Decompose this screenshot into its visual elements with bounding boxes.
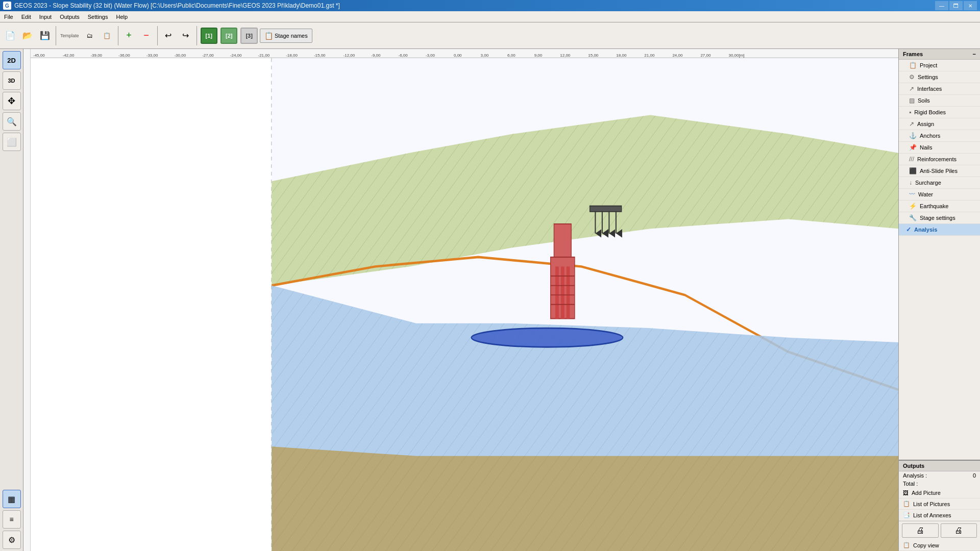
frame-soils[interactable]: ▨ Soils (899, 95, 980, 107)
frame-water-label: Water (918, 191, 933, 197)
list-annexes-item[interactable]: 📑 List of Annexes (899, 510, 980, 521)
toolbar-sep1 (56, 26, 56, 45)
frame-analysis[interactable]: ✓ Analysis (899, 224, 980, 236)
canvas-viewport[interactable]: // Will be rendered via JS -45,00 -42,00… (31, 49, 898, 551)
anchors-icon: ⚓ (909, 132, 917, 139)
analysis-count-label: Analysis : (903, 472, 927, 479)
undo-button[interactable]: ↩ (160, 28, 177, 44)
add-picture-item[interactable]: 🖼 Add Picture (899, 488, 980, 498)
menu-help[interactable]: Help (112, 11, 132, 22)
frame-earthquake-label: Earthquake (920, 203, 948, 209)
frame-analysis-label: Analysis (914, 227, 937, 233)
toolbar-sep3 (157, 26, 158, 45)
copy-view-label: Copy view (913, 542, 939, 548)
stage-settings-icon: 🔧 (909, 214, 917, 221)
titlebar-controls[interactable]: — 🗖 ✕ (935, 1, 977, 10)
frame-anti-slide[interactable]: ⬛ Anti-Slide Piles (899, 165, 980, 177)
print-button[interactable]: 🖨 (902, 523, 939, 538)
stage2-button[interactable]: [2] (220, 28, 237, 44)
menu-outputs[interactable]: Outputs (56, 11, 84, 22)
minimize-button[interactable]: — (935, 1, 948, 10)
close-button[interactable]: ✕ (964, 1, 977, 10)
frames-title: Frames (903, 51, 923, 57)
add-picture-icon: 🖼 (903, 490, 909, 496)
app-icon: G (3, 2, 11, 10)
frame-reinforcements-label: Reinforcements (917, 156, 957, 162)
frame-reinforcements[interactable]: /// Reinforcements (899, 154, 980, 165)
menu-file[interactable]: File (0, 11, 17, 22)
frame-surcharge[interactable]: ↓ Surcharge (899, 177, 980, 189)
menubar: File Edit Input Outputs Settings Help (0, 11, 980, 22)
ruler-top: // Will be rendered via JS -45,00 -42,00… (31, 49, 898, 58)
list-pictures-item[interactable]: 📋 List of Pictures (899, 498, 980, 510)
frame-surcharge-label: Surcharge (915, 180, 941, 186)
template-button[interactable]: 🗂 (82, 28, 98, 44)
left-toolbar: 2D 3D ✥ 🔍 ⬜ ▦ ≡ ⚙ (0, 49, 23, 551)
ruler-left (23, 49, 31, 551)
frames-header: Frames − (899, 49, 980, 60)
water-icon: 〰 (909, 191, 915, 198)
frame-anchors[interactable]: ⚓ Anchors (899, 130, 980, 142)
view-3d-button[interactable]: 3D (3, 71, 21, 90)
toolbar-sep2 (118, 26, 118, 45)
canvas-svg[interactable] (31, 58, 898, 551)
layers-button[interactable]: ≡ (3, 510, 21, 529)
reinforcements-icon: /// (909, 156, 914, 163)
outputs-header: Outputs (899, 461, 980, 471)
svg-marker-11 (272, 446, 898, 551)
zoom-in-button[interactable]: + (121, 28, 137, 44)
stage3-button[interactable]: [3] (240, 28, 257, 44)
menu-edit[interactable]: Edit (17, 11, 35, 22)
stage3-label: [3] (246, 33, 252, 39)
analysis-icon: ✓ (906, 226, 911, 233)
project-icon: 📋 (909, 62, 917, 69)
frame-interfaces-label: Interfaces (917, 86, 942, 92)
analysis-row: Analysis : 0 (899, 471, 980, 480)
svg-rect-28 (590, 206, 622, 212)
stage-names-label: Stage names (275, 33, 308, 39)
frame-interfaces[interactable]: ↗ Interfaces (899, 83, 980, 95)
stage1-button[interactable]: [1] (201, 28, 217, 44)
table-view-button[interactable]: ▦ (3, 490, 21, 508)
copy-view-item[interactable]: 📋 Copy view (899, 540, 980, 551)
titlebar-left: G GEOS 2023 - Slope Stability (32 bit) (… (3, 2, 340, 10)
outputs-title: Outputs (903, 463, 924, 469)
frame-earthquake[interactable]: ⚡ Earthquake (899, 201, 980, 212)
frame-settings[interactable]: ⚙ Settings (899, 71, 980, 83)
save-button[interactable]: 💾 (37, 28, 53, 44)
frame-anti-slide-label: Anti-Slide Piles (920, 168, 958, 174)
maximize-button[interactable]: 🗖 (949, 1, 963, 10)
frame-project[interactable]: 📋 Project (899, 60, 980, 71)
zoom-button[interactable]: 🔍 (3, 112, 21, 131)
outputs-panel: Outputs Analysis : 0 Total : 🖼 Add Pictu… (899, 460, 980, 551)
frame-stage-settings[interactable]: 🔧 Stage settings (899, 212, 980, 224)
settings-left-button[interactable]: ⚙ (3, 531, 21, 549)
stage-names-button[interactable]: 📋 Stage names (260, 29, 312, 43)
svg-rect-18 (561, 266, 565, 318)
menu-settings[interactable]: Settings (84, 11, 112, 22)
frame-nails-label: Nails (920, 144, 932, 151)
frame-rigid-bodies[interactable]: ▪ Rigid Bodies (899, 107, 980, 118)
frame-button[interactable]: ⬜ (3, 133, 21, 151)
print2-button[interactable]: 🖨 (941, 523, 977, 538)
frames-collapse-icon[interactable]: − (973, 51, 976, 57)
open-button[interactable]: 📂 (19, 28, 36, 44)
svg-rect-16 (554, 224, 571, 257)
rigid-bodies-icon: ▪ (909, 109, 911, 116)
frame-nails[interactable]: 📌 Nails (899, 142, 980, 154)
stage-button[interactable]: 📋 (99, 28, 115, 44)
main-layout: 2D 3D ✥ 🔍 ⬜ ▦ ≡ ⚙ (0, 49, 980, 551)
zoom-out-button[interactable]: − (138, 28, 155, 44)
new-button[interactable]: 📄 (2, 28, 18, 44)
redo-button[interactable]: ↪ (178, 28, 194, 44)
earthquake-icon: ⚡ (909, 203, 917, 210)
move-button[interactable]: ✥ (3, 92, 21, 110)
soils-icon: ▨ (909, 97, 915, 104)
frame-water[interactable]: 〰 Water (899, 189, 980, 201)
surcharge-icon: ↓ (909, 179, 912, 186)
menu-input[interactable]: Input (35, 11, 56, 22)
view-2d-button[interactable]: 2D (3, 51, 21, 69)
toolbar: 📄 📂 💾 Template 🗂 📋 + − ↩ ↪ [1] [2] [3] 📋… (0, 22, 980, 49)
frame-assign[interactable]: ↗ Assign (899, 118, 980, 130)
copy-view-icon: 📋 (903, 542, 910, 548)
